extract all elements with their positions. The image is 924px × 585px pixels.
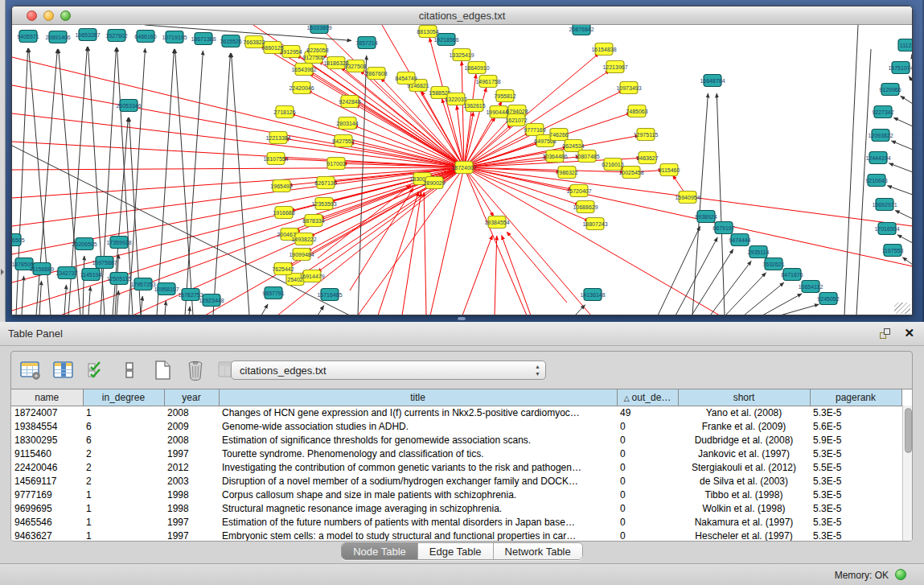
graph-node[interactable]: 14938222 (291, 233, 316, 245)
graph-edge[interactable] (844, 25, 858, 315)
graph-node[interactable]: 12505115 (107, 273, 132, 285)
graph-node[interactable]: 9115460 (659, 164, 680, 176)
graph-node[interactable]: 12093822 (868, 130, 893, 142)
table-row[interactable]: 977716911998Corpus callosum shape and si… (11, 488, 901, 501)
graph-node[interactable]: 6679197 (713, 222, 734, 234)
graph-node[interactable]: 2935114 (748, 246, 770, 258)
graph-node[interactable]: 1167553 (882, 245, 904, 257)
column-settings-icon[interactable] (19, 359, 42, 381)
collapse-arrow-icon[interactable] (1, 269, 4, 275)
graph-edge[interactable] (464, 167, 494, 216)
graph-node[interactable]: 10654112 (799, 281, 823, 293)
graph-node[interactable]: 8226058 (306, 44, 328, 56)
graph-node[interactable]: 7986322 (556, 167, 577, 179)
graph-edge[interactable] (762, 294, 802, 315)
graph-edge[interactable] (692, 93, 708, 315)
graph-edge[interactable] (430, 167, 464, 315)
table-row[interactable]: 1456911722003Disruption of a novel membe… (11, 474, 901, 488)
graph-edge[interactable] (39, 281, 42, 315)
graph-edge[interactable] (157, 49, 174, 315)
column-header-short[interactable]: short (678, 389, 810, 406)
graph-node[interactable]: 2890029 (423, 177, 445, 189)
graph-edge[interactable] (402, 192, 421, 315)
graph-node[interactable]: 16033809 (306, 25, 331, 34)
graph-edge[interactable] (189, 307, 190, 315)
graph-node[interactable]: 17359928 (106, 237, 131, 249)
graph-edge[interactable] (897, 235, 913, 243)
graph-node[interactable]: 9245052 (817, 293, 839, 305)
graph-node[interactable]: 16154838 (591, 43, 616, 56)
scrollbar-thumb[interactable] (905, 408, 912, 453)
graph-edge[interactable] (165, 301, 166, 315)
graph-node[interactable]: 10807485 (574, 150, 599, 163)
close-panel-icon[interactable]: ✕ (904, 326, 914, 340)
graph-edge[interactable] (901, 96, 913, 104)
table-row[interactable]: 946554611997Estimation of the future num… (11, 515, 901, 529)
graph-edge[interactable] (88, 286, 90, 315)
graph-node[interactable]: 13325419 (449, 49, 474, 61)
graph-node[interactable]: 1342737 (55, 267, 77, 279)
graph-node[interactable]: 1916688 (273, 207, 294, 219)
graph-edge[interactable] (676, 237, 717, 315)
float-panel-icon[interactable] (880, 328, 892, 340)
graph-node[interactable]: 26053346 (116, 100, 141, 112)
show-columns-icon[interactable] (52, 359, 75, 381)
column-header-name[interactable]: name (11, 389, 83, 406)
graph-node[interactable]: 15940954 (675, 192, 700, 204)
graph-node[interactable]: 15692971 (872, 199, 897, 211)
graph-node[interactable]: 1527602 (105, 30, 127, 42)
graph-node[interactable]: 7955812 (494, 90, 515, 102)
graph-node[interactable]: 16543962 (291, 64, 316, 76)
graph-edge[interactable] (909, 76, 913, 82)
graph-edge[interactable] (464, 74, 476, 167)
graph-node[interactable]: 20206505 (72, 238, 97, 250)
table-row[interactable]: 1938455462009Genome-wide association stu… (11, 419, 901, 433)
graph-node[interactable]: 22420046 (289, 82, 314, 94)
graph-node[interactable]: 917003 (326, 158, 345, 170)
graph-edge[interactable] (710, 261, 751, 315)
graph-node[interactable]: 15751074 (888, 62, 913, 74)
graph-node[interactable]: 1621072 (505, 114, 527, 126)
graph-node[interactable]: 8878334 (302, 215, 324, 227)
graph-node[interactable]: 10973493 (616, 82, 641, 94)
splitter-grip[interactable] (458, 317, 466, 320)
graph-node[interactable]: 12975115 (634, 129, 659, 141)
graph-edge[interactable] (175, 49, 193, 315)
network-window-titlebar[interactable]: citations_edges.txt (12, 6, 912, 25)
graph-node[interactable]: 10653287 (75, 29, 100, 41)
graph-edge[interactable] (717, 93, 725, 315)
graph-node[interactable]: 7615526 (220, 35, 241, 47)
graph-node[interactable]: 1145194 (80, 269, 102, 281)
graph-node[interactable]: 8813054 (417, 26, 438, 38)
graph-node[interactable]: 9777169 (524, 124, 545, 136)
graph-edge[interactable] (64, 285, 66, 315)
graph-node[interactable]: 7857214 (355, 37, 377, 49)
graph-node[interactable]: 16648784 (700, 75, 725, 87)
graph-node[interactable]: 12213384 (265, 132, 290, 144)
tab-edge-table[interactable]: Edge Table (418, 543, 494, 559)
column-header-in_degree[interactable]: in_degree (83, 389, 164, 406)
graph-node[interactable]: 19099484 (289, 249, 314, 261)
table-selector-dropdown[interactable]: citations_edges.txt ▲▼ (231, 360, 546, 380)
graph-edge[interactable] (495, 236, 497, 315)
table-scrollbar[interactable] (902, 406, 913, 542)
graph-node[interactable]: 11123 (898, 39, 913, 51)
graph-node[interactable]: 2867608 (365, 68, 387, 80)
table-row[interactable]: 969969511998Structural magnetic resonanc… (11, 501, 901, 515)
graph-node[interactable]: 20364486 (542, 150, 567, 163)
graph-node[interactable]: 17957253 (130, 278, 155, 290)
graph-node[interactable]: 19384554 (484, 216, 509, 229)
graph-edge[interactable] (318, 185, 411, 258)
graph-node[interactable]: 10025458 (618, 167, 643, 179)
graph-node[interactable]: 7632621 (762, 258, 784, 270)
column-header-year[interactable]: year (164, 389, 219, 406)
graph-node[interactable]: 26206505 (12, 234, 25, 246)
graph-edge[interactable] (692, 249, 733, 315)
graph-edge[interactable] (232, 53, 249, 315)
graph-node[interactable]: 9474444 (729, 234, 750, 246)
graph-node[interactable]: 9242848 (339, 96, 360, 108)
graph-node[interactable]: 18186328 (323, 57, 348, 69)
graph-node[interactable]: 746266 (549, 129, 568, 141)
graph-node[interactable]: 12213967 (602, 61, 627, 73)
graph-edge[interactable] (575, 305, 585, 315)
